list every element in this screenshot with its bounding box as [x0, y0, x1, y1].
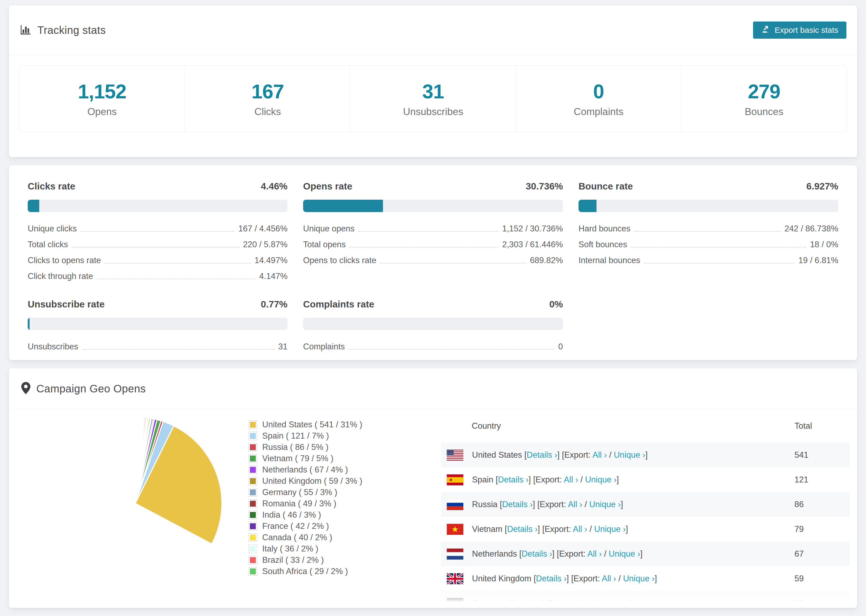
legend-swatch — [249, 567, 257, 575]
geo-opens-card: Campaign Geo Opens United States ( 541 /… — [9, 368, 857, 608]
country-total: 86 — [794, 492, 850, 517]
export-unique-link[interactable]: Unique › — [589, 500, 621, 509]
export-all-link[interactable]: All › — [576, 599, 591, 608]
legend-item: Russia ( 86 / 5% ) — [249, 442, 362, 453]
geo-table-row: Germany [Details ›] [Export: All › / Uni… — [441, 591, 850, 608]
legend-swatch — [249, 533, 257, 542]
complaints-count: 0 — [593, 80, 604, 103]
dotted-leader — [634, 231, 781, 232]
legend-swatch — [249, 545, 257, 553]
rates-card: Clicks rate 4.46% Unique clicks167 / 4.4… — [9, 165, 857, 360]
export-all-link[interactable]: All › — [592, 450, 607, 460]
bounce-rate-bar — [578, 200, 838, 212]
export-unique-link[interactable]: Unique › — [623, 574, 655, 583]
dotted-leader — [97, 279, 255, 279]
details-link[interactable]: Details › — [502, 500, 533, 509]
summary-complaints: 0 Complaints — [516, 66, 681, 132]
country-total: 55 — [794, 591, 850, 608]
details-link[interactable]: Details › — [511, 599, 542, 608]
geo-table-row: Vietnam [Details ›] [Export: All › / Uni… — [441, 517, 850, 542]
legend-swatch — [249, 500, 257, 508]
dotted-leader — [631, 247, 806, 248]
rate-detail-row: Total clicks220 / 5.87% — [28, 240, 288, 250]
export-unique-link[interactable]: Unique › — [614, 450, 645, 460]
details-link[interactable]: Details › — [521, 549, 552, 558]
legend-swatch — [249, 454, 257, 462]
opens-rate-bar — [303, 200, 563, 212]
summary-clicks: 167 Clicks — [185, 66, 350, 132]
unsubscribes-count: 31 — [422, 80, 444, 103]
dotted-leader — [105, 263, 251, 263]
legend-swatch — [249, 421, 257, 429]
country-total: 79 — [794, 517, 850, 542]
tracking-stats-card: Tracking stats Export basic stats 1,152 — [9, 5, 857, 157]
bounce-rate-block: Bounce rate 6.927% Hard bounces242 / 86.… — [578, 181, 838, 281]
legend-item: South Africa ( 29 / 2% ) — [249, 566, 362, 577]
details-link[interactable]: Details › — [507, 524, 538, 534]
country-column-header: Country — [441, 409, 794, 443]
opens-count: 1,152 — [78, 80, 126, 103]
geo-table-row: Russia [Details ›] [Export: All › / Uniq… — [441, 492, 850, 517]
export-icon — [761, 25, 770, 36]
country-total: 59 — [794, 566, 850, 591]
rate-detail-row: Unique opens1,152 / 30.736% — [303, 224, 563, 234]
export-basic-stats-button[interactable]: Export basic stats — [753, 22, 846, 39]
legend-item: Italy ( 36 / 2% ) — [249, 543, 362, 555]
us-flag-icon — [447, 449, 463, 460]
es-flag-icon — [447, 475, 463, 486]
legend-item: United Kingdom ( 59 / 3% ) — [249, 475, 362, 487]
legend-swatch — [249, 443, 257, 451]
legend-item: United States ( 541 / 31% ) — [249, 419, 362, 430]
clicks-count: 167 — [252, 80, 284, 103]
map-pin-icon — [21, 382, 30, 395]
unsubscribe-rate-bar — [28, 318, 288, 330]
dotted-leader — [358, 231, 498, 232]
legend-item: Canada ( 40 / 2% ) — [249, 532, 362, 543]
unsubscribe-rate-block: Unsubscribe rate 0.77% Unsubscribes31 — [28, 299, 288, 352]
details-link[interactable]: Details › — [536, 574, 567, 583]
export-unique-link[interactable]: Unique › — [598, 599, 630, 608]
pie-slice — [135, 417, 135, 503]
legend-item: Germany ( 55 / 3% ) — [249, 487, 362, 498]
geo-table-row: Spain [Details ›] [Export: All › / Uniqu… — [441, 467, 850, 492]
export-all-link[interactable]: All › — [573, 524, 587, 534]
rate-detail-row: Hard bounces242 / 86.738% — [578, 224, 838, 234]
export-unique-link[interactable]: Unique › — [594, 524, 625, 534]
legend-swatch — [249, 522, 257, 530]
summary-stats-row: 1,152 Opens 167 Clicks 31 Unsubscribes 0… — [19, 65, 847, 132]
page-title: Tracking stats — [38, 24, 106, 36]
export-all-link[interactable]: All › — [568, 500, 582, 509]
legend-item: India ( 46 / 3% ) — [249, 509, 362, 520]
geo-table-row: United States [Details ›] [Export: All ›… — [441, 443, 850, 467]
opens-rate-block: Opens rate 30.736% Unique opens1,152 / 3… — [303, 181, 563, 281]
bounces-count: 279 — [748, 80, 780, 103]
clicks-rate-block: Clicks rate 4.46% Unique clicks167 / 4.4… — [28, 181, 288, 281]
rate-detail-row: Internal bounces19 / 6.81% — [578, 256, 838, 265]
export-unique-link[interactable]: Unique › — [609, 549, 640, 558]
rate-detail-row: Opens to clicks rate689.82% — [303, 256, 563, 265]
rate-detail-row: Clicks to opens rate14.497% — [28, 256, 288, 265]
complaints-rate-block: Complaints rate 0% Complaints0 — [303, 299, 563, 352]
export-all-link[interactable]: All › — [601, 574, 616, 583]
vn-flag-icon — [447, 524, 463, 535]
details-link[interactable]: Details › — [527, 450, 557, 460]
geo-country-table: Country Total United States [Details ›] … — [441, 409, 850, 608]
legend-item: Spain ( 121 / 7% ) — [249, 430, 362, 442]
export-unique-link[interactable]: Unique › — [585, 475, 616, 484]
details-link[interactable]: Details › — [498, 475, 529, 484]
export-all-link[interactable]: All › — [564, 475, 578, 484]
export-all-link[interactable]: All › — [587, 549, 601, 558]
legend-item: Vietnam ( 79 / 5% ) — [249, 453, 362, 464]
legend-item: France ( 42 / 2% ) — [249, 520, 362, 532]
dotted-leader — [348, 349, 554, 350]
clicks-rate-bar — [28, 200, 288, 212]
total-column-header: Total — [794, 409, 850, 443]
legend-swatch — [249, 466, 257, 474]
legend-swatch — [249, 477, 257, 485]
tracking-stats-header: Tracking stats Export basic stats — [9, 5, 857, 55]
rate-detail-row: Total opens2,303 / 61.446% — [303, 240, 563, 250]
dotted-leader — [644, 263, 795, 263]
country-total: 67 — [794, 542, 850, 566]
ru-flag-icon — [447, 499, 463, 510]
pie-legend: United States ( 541 / 31% )Spain ( 121 /… — [249, 419, 362, 577]
